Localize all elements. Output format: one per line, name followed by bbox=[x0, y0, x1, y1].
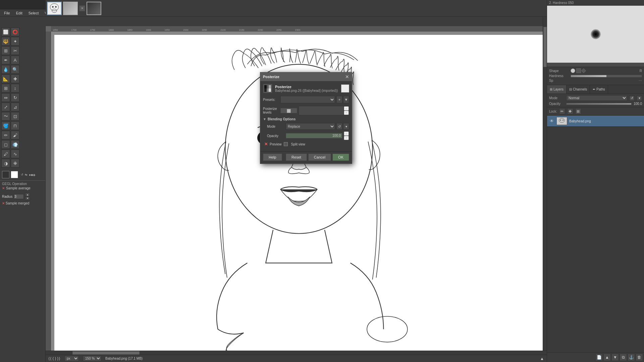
tool-align[interactable]: ⊞ bbox=[1, 84, 10, 93]
levels-up-btn[interactable]: ▲ bbox=[344, 106, 349, 111]
tab-paths[interactable]: ✒ Paths bbox=[590, 85, 608, 94]
tool-blend[interactable]: ⊓ bbox=[11, 121, 19, 130]
zoom-select[interactable]: 150 % 100 % 50 % 200 % bbox=[83, 356, 101, 361]
levels-slider[interactable] bbox=[280, 108, 297, 113]
ok-button[interactable]: OK bbox=[332, 154, 349, 161]
background-color[interactable] bbox=[11, 171, 18, 178]
layer-new-btn[interactable]: 📄 bbox=[595, 354, 603, 361]
tool-zoom[interactable]: 🔍 bbox=[11, 65, 19, 74]
thumbnail-dark[interactable] bbox=[87, 2, 101, 15]
layer-item-babyhead[interactable]: 👁 Babyhead.png bbox=[547, 116, 644, 127]
tool-measure[interactable]: 📐 bbox=[1, 74, 10, 83]
tool-text[interactable]: A bbox=[11, 56, 19, 64]
thumbnail-close[interactable]: ✕ bbox=[79, 5, 85, 11]
tool-rotate[interactable]: ↻ bbox=[11, 93, 19, 102]
status-settings-btn[interactable]: ▲ bbox=[540, 356, 544, 361]
opacity-slider[interactable] bbox=[566, 103, 632, 105]
tool-warp[interactable]: 〜 bbox=[1, 112, 10, 121]
layer-delete-btn[interactable]: 🗑 bbox=[636, 354, 643, 361]
tool-transform[interactable]: ↕ bbox=[11, 84, 19, 93]
scroll-thumb-vertical[interactable] bbox=[543, 27, 547, 67]
reset-button[interactable]: Reset bbox=[286, 154, 307, 161]
tool-smudge[interactable]: ∿ bbox=[11, 149, 19, 158]
diamond-shape[interactable] bbox=[581, 68, 586, 73]
square-shape[interactable] bbox=[576, 68, 581, 73]
tool-dodge[interactable]: ◑ bbox=[1, 159, 10, 168]
nav-prev-btn[interactable]: ⟨ bbox=[52, 356, 54, 361]
color-reset-icon[interactable]: ↺ bbox=[21, 173, 23, 176]
tool-pencil[interactable]: ✏ bbox=[1, 131, 10, 139]
preset-add-btn[interactable]: + bbox=[336, 96, 342, 103]
tab-layers[interactable]: ⊞ Layers bbox=[547, 85, 567, 94]
unit-select[interactable]: px mm in bbox=[64, 356, 79, 361]
layer-raise-btn[interactable]: ▲ bbox=[603, 354, 611, 361]
preset-menu-btn[interactable]: ▼ bbox=[343, 96, 349, 103]
opacity-down-btn[interactable]: ▼ bbox=[344, 136, 349, 140]
scroll-thumb-horizontal[interactable] bbox=[72, 351, 140, 355]
nav-start-btn[interactable]: ⟨⟨ bbox=[48, 356, 52, 361]
mode-reset-btn[interactable]: ↺ bbox=[629, 96, 635, 101]
tool-paths[interactable]: ✒ bbox=[1, 56, 10, 64]
tool-bucket-fill[interactable]: 🪣 bbox=[1, 121, 10, 130]
tool-paintbrush[interactable]: 🖌 bbox=[11, 131, 19, 139]
menu-select[interactable]: Select bbox=[26, 10, 42, 16]
vertical-scrollbar[interactable] bbox=[543, 17, 547, 351]
presets-select[interactable] bbox=[280, 96, 335, 103]
tool-ellipse-select[interactable]: ⭕ bbox=[11, 27, 19, 36]
tool-ink[interactable]: 🖊 bbox=[1, 149, 10, 158]
tool-eraser[interactable]: ◻ bbox=[1, 140, 10, 149]
layer-visibility-btn[interactable]: 👁 bbox=[549, 118, 554, 124]
sample-avg-x[interactable]: ✕ bbox=[2, 186, 5, 190]
mode-select[interactable]: Normal Multiply Screen Overlay bbox=[566, 95, 627, 101]
tool-move[interactable]: ✚ bbox=[11, 74, 19, 83]
tool-heal[interactable]: ✙ bbox=[11, 159, 19, 168]
menu-file[interactable]: File bbox=[1, 10, 13, 16]
levels-spinbox-input[interactable] bbox=[299, 106, 344, 115]
hardness-slider[interactable] bbox=[571, 75, 642, 77]
lock-position-btn[interactable]: ✚ bbox=[567, 108, 573, 114]
layer-lower-btn[interactable]: ▼ bbox=[611, 354, 619, 361]
nav-end-btn[interactable]: ⟩⟩ bbox=[57, 356, 60, 361]
blend-opacity-slider[interactable]: 100.0 bbox=[286, 133, 342, 138]
tool-airbrush[interactable]: 💨 bbox=[11, 140, 19, 149]
tool-foreground-select[interactable]: ⊞ bbox=[1, 46, 10, 55]
blending-options-header[interactable]: ▼ Blending Options bbox=[263, 117, 349, 121]
lock-pixels-btn[interactable]: ✏ bbox=[559, 108, 565, 114]
thumbnail-babyhead[interactable] bbox=[47, 2, 62, 15]
nav-next-btn[interactable]: ⟩ bbox=[55, 356, 56, 361]
levels-slider-handle[interactable] bbox=[287, 109, 291, 113]
radius-up-btn[interactable]: ▲ bbox=[25, 193, 30, 196]
circle-shape[interactable] bbox=[571, 68, 575, 73]
thumbnail-gray[interactable] bbox=[63, 2, 78, 15]
radius-input[interactable] bbox=[14, 194, 24, 199]
menu-edit[interactable]: Edit bbox=[13, 10, 25, 16]
tool-fuzzy-select[interactable]: ✦ bbox=[11, 37, 19, 46]
lock-alpha-btn[interactable]: ⊞ bbox=[575, 108, 581, 114]
levels-down-btn[interactable]: ▼ bbox=[344, 111, 349, 115]
radius-down-btn[interactable]: ▼ bbox=[25, 196, 30, 200]
horizontal-scrollbar[interactable] bbox=[46, 351, 547, 355]
layer-duplicate-btn[interactable]: ⧉ bbox=[620, 354, 627, 361]
tab-channels[interactable]: ⊟ Channels bbox=[567, 85, 590, 94]
posterize-close-btn[interactable]: ✕ bbox=[345, 74, 349, 79]
foreground-color[interactable] bbox=[2, 171, 9, 178]
tool-free-select[interactable]: 🔱 bbox=[1, 37, 10, 46]
mode-arrow-btn[interactable]: ▾ bbox=[637, 96, 642, 101]
tool-perspective[interactable]: ⊡ bbox=[11, 112, 19, 121]
sample-merged-x[interactable]: ✕ bbox=[2, 201, 5, 205]
tool-color-picker[interactable]: 💧 bbox=[1, 65, 10, 74]
cancel-button[interactable]: Cancel bbox=[308, 154, 331, 161]
blend-reset-btn[interactable]: ↺ bbox=[336, 123, 342, 130]
tool-scissors[interactable]: ✂ bbox=[11, 46, 19, 55]
preview-x[interactable]: ✕ bbox=[264, 142, 268, 146]
brush-options-menu[interactable]: ⋯ bbox=[571, 79, 642, 82]
preview-checkbox[interactable] bbox=[284, 142, 288, 146]
blend-arrow-btn[interactable]: ▾ bbox=[343, 123, 349, 130]
color-swap-icon[interactable]: ⇆ bbox=[25, 173, 28, 176]
opacity-up-btn[interactable]: ▲ bbox=[344, 131, 349, 136]
tool-flip[interactable]: ⇔ bbox=[1, 93, 10, 102]
tool-scale[interactable]: ⤢ bbox=[1, 103, 10, 111]
help-button[interactable]: Help bbox=[263, 154, 282, 161]
blend-mode-select[interactable]: Replace Normal Multiply bbox=[286, 123, 335, 130]
tool-shear[interactable]: ⊿ bbox=[11, 103, 19, 111]
